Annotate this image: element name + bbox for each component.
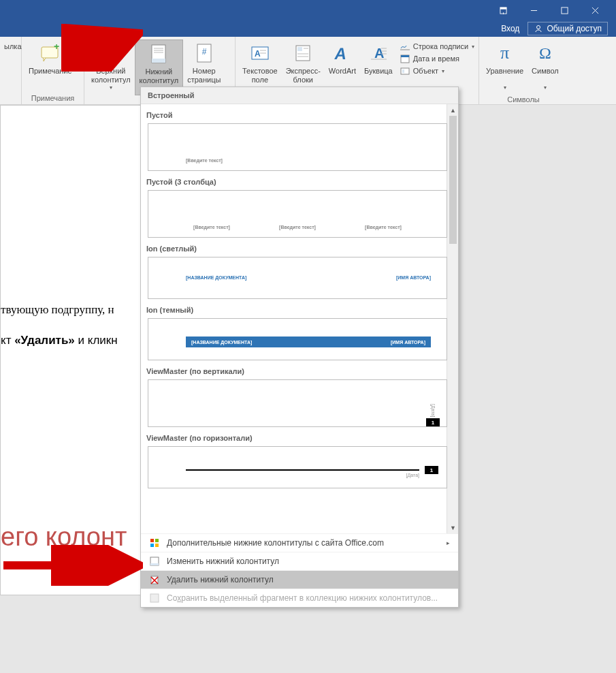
calendar-icon: [400, 53, 410, 64]
delete-icon: [149, 574, 160, 585]
symbols-group-label: Символы: [479, 95, 568, 105]
footer-gallery-dropdown: Встроенный ▲ ▼ Пустой [Введите текст] Пу…: [140, 87, 459, 608]
edit-icon: [149, 556, 160, 567]
pagenumber-button[interactable]: # Номер страницы▾: [183, 40, 225, 94]
symbol-icon: Ω: [534, 42, 556, 64]
footer-icon: [148, 43, 169, 65]
textbox-button[interactable]: A Текстовое поле▾: [238, 40, 282, 94]
svg-rect-40: [401, 68, 409, 74]
wordart-button[interactable]: A WordArt▾: [325, 40, 360, 94]
gallery-item-ion-light[interactable]: Ion (светлый) [НАЗВАНИЕ ДОКУМЕНТА][ИМЯ А…: [146, 245, 449, 299]
svg-rect-16: [152, 59, 165, 63]
signature-icon: [400, 41, 410, 52]
svg-text:A: A: [374, 46, 384, 61]
scroll-up-button[interactable]: ▲: [447, 104, 458, 116]
svg-point-7: [537, 26, 540, 29]
red-arrow-bottom: [0, 545, 143, 586]
svg-text:+: +: [54, 44, 59, 52]
chevron-down-icon: ▾: [110, 84, 112, 91]
svg-rect-1: [500, 7, 506, 9]
doc-text-line2: кт «Удалить» и кликн: [1, 334, 118, 347]
group-symbols: π Уравнение▾ Ω Символ▾ Символы: [479, 37, 568, 104]
svg-rect-45: [155, 544, 159, 547]
login-link[interactable]: Вход: [494, 22, 526, 35]
share-label: Общий доступ: [547, 24, 602, 33]
svg-text:A: A: [334, 44, 348, 62]
svg-line-52: [67, 36, 133, 63]
svg-rect-44: [150, 544, 154, 547]
svg-rect-39: [401, 55, 409, 57]
ribbon-display-options[interactable]: [488, 0, 519, 20]
quickparts-button[interactable]: Экспресс- блоки▾: [282, 40, 325, 94]
svg-rect-42: [150, 539, 154, 542]
gallery-item-blank[interactable]: Пустой [Введите текст]: [146, 111, 449, 171]
save-icon: [149, 593, 160, 604]
dropcap-button[interactable]: A Буквица▾: [360, 40, 397, 94]
comments-group-label: Примечания: [22, 94, 84, 104]
datetime-button[interactable]: Дата и время: [400, 53, 474, 64]
doc-text-line1: твующую подгруппу, н: [1, 303, 114, 317]
chevron-right-icon: ▸: [447, 539, 450, 546]
svg-rect-43: [155, 539, 159, 542]
svg-rect-47: [150, 563, 159, 565]
gallery-item-blank3[interactable]: Пустой (3 столбца) [Введите текст][Введи…: [146, 178, 449, 238]
gallery-section-builtin: Встроенный: [141, 87, 458, 104]
maximize-button[interactable]: [549, 0, 580, 20]
svg-text:A: A: [255, 49, 261, 59]
more-footers-menu[interactable]: Дополнительные нижние колонтитулы с сайт…: [141, 533, 458, 552]
signature-line-button[interactable]: Строка подписи▾: [400, 41, 474, 52]
object-icon: [400, 65, 410, 76]
titlebar: [0, 0, 616, 20]
save-selection-menu: Сохранить выделенный фрагмент в коллекци…: [141, 589, 458, 607]
quickparts-icon: [292, 42, 314, 64]
pagenumber-icon: #: [193, 42, 215, 64]
gallery-item-ion-dark[interactable]: Ion (темный) [НАЗВАНИЕ ДОКУМЕНТА][ИМЯ АВ…: [146, 306, 449, 360]
minimize-button[interactable]: [519, 0, 549, 20]
scroll-thumb[interactable]: [449, 116, 457, 244]
gallery-item-viewmaster-v[interactable]: ViewMaster (по вертикали) [Дата]1: [146, 367, 449, 427]
svg-rect-4: [562, 7, 568, 13]
object-button[interactable]: Объект▾: [400, 65, 474, 76]
symbol-button[interactable]: Ω Символ▾: [528, 40, 563, 94]
edit-footer-menu[interactable]: Изменить нижний колонтитул: [141, 552, 458, 570]
share-icon: [534, 24, 543, 33]
gallery-scrollbar[interactable]: ▲ ▼: [447, 104, 458, 533]
red-arrow-top: [61, 24, 143, 72]
link-button[interactable]: ылка: [3, 40, 23, 54]
share-button[interactable]: Общий доступ: [528, 22, 608, 35]
wordart-icon: A: [331, 42, 353, 64]
gallery-scroll-area: ▲ ▼ Пустой [Введите текст] Пустой (3 сто…: [141, 104, 458, 533]
close-button[interactable]: [580, 0, 611, 20]
svg-rect-51: [150, 594, 159, 602]
textbox-icon: A: [249, 42, 271, 64]
group-links: ылка: [0, 37, 22, 104]
equation-icon: π: [494, 42, 516, 64]
comment-icon: +: [39, 42, 61, 64]
office-icon: [149, 537, 160, 548]
scroll-down-button[interactable]: ▼: [447, 522, 458, 533]
remove-footer-menu[interactable]: Удалить нижний колонтитул: [141, 570, 458, 589]
svg-rect-41: [402, 69, 404, 73]
gallery-item-viewmaster-h[interactable]: ViewMaster (по горизонтали) [Дата] 1: [146, 434, 449, 488]
dropcap-icon: A: [368, 42, 389, 64]
equation-button[interactable]: π Уравнение▾: [482, 40, 528, 94]
svg-rect-27: [297, 47, 302, 51]
svg-text:#: #: [201, 47, 206, 57]
